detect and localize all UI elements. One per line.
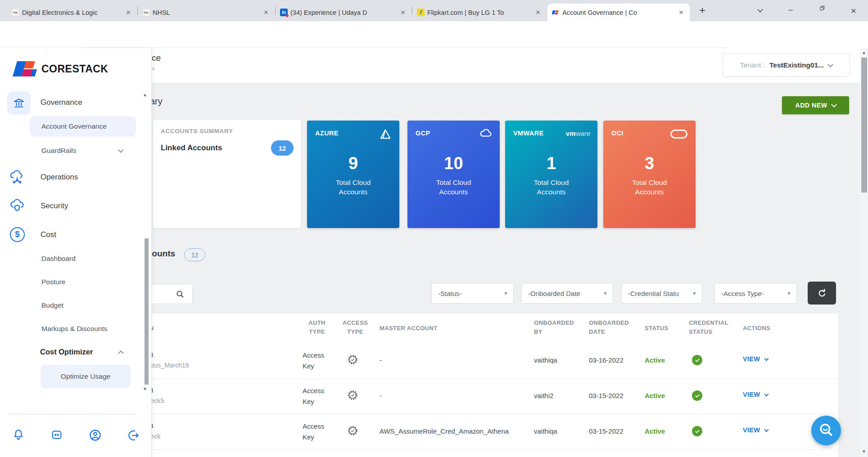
- provider-card-azure[interactable]: AZURE 9 Total Cloud Accounts: [307, 121, 399, 228]
- notifications-bell-icon[interactable]: [12, 428, 25, 442]
- status-cell: Active: [645, 392, 665, 399]
- close-window-button[interactable]: ×: [847, 5, 860, 16]
- onboarded-by-cell: vaithiqa: [534, 356, 557, 364]
- tab-flipkart[interactable]: f Flipkart.com | Buy LG 1 To ×: [412, 4, 547, 21]
- credential-status-check-icon: [692, 355, 702, 365]
- master-account-cell: -: [380, 392, 382, 399]
- tab-close-icon[interactable]: ×: [399, 8, 407, 17]
- provider-count: 10: [407, 154, 500, 173]
- cloud-shield-icon: [9, 197, 25, 214]
- oci-icon: [670, 130, 687, 139]
- add-new-button[interactable]: ADD NEW: [782, 96, 849, 114]
- tab-close-icon[interactable]: ×: [534, 8, 542, 17]
- sidebar-item-guardrails[interactable]: GuardRails: [41, 147, 77, 155]
- chevron-up-icon: [118, 350, 124, 356]
- provider-caption: Total Cloud Accounts: [321, 178, 385, 197]
- onboarded-date-cell: 03-15-2022: [589, 427, 624, 435]
- breadcrumb-partial: s: [152, 66, 155, 71]
- sidebar-item-cost-optimizer[interactable]: Cost Optimizer: [40, 348, 93, 356]
- sidebar-item-markups-discounts[interactable]: Markups & Discounts: [41, 325, 107, 333]
- tab-title: Digital Electronics & Logic: [22, 9, 122, 16]
- tab-title: Flipkart.com | Buy LG 1 To: [427, 9, 531, 16]
- tab-digital-electronics[interactable]: NSL Digital Electronics & Logic ×: [7, 4, 137, 21]
- sidebar-item-operations[interactable]: Operations: [41, 173, 78, 182]
- sidebar-item-governance[interactable]: Governance: [41, 98, 82, 107]
- linked-accounts-badge: 12: [271, 140, 294, 156]
- filter-label: -Onboarded Date: [528, 290, 580, 297]
- browser-window: NSL Digital Electronics & Logic × NSL NH…: [0, 0, 868, 457]
- view-action-link[interactable]: VIEW: [743, 391, 768, 398]
- corestack-logo-icon[interactable]: [12, 59, 38, 78]
- filter-label: -Credential Statu: [628, 290, 679, 297]
- scroll-up-icon[interactable]: ▲: [143, 92, 147, 97]
- view-action-link[interactable]: VIEW: [743, 355, 768, 363]
- bank-icon: [13, 97, 25, 109]
- dropdown-arrow-icon: ▼: [503, 291, 508, 296]
- credential-status-check-icon: [692, 426, 702, 436]
- profile-icon[interactable]: [88, 428, 102, 442]
- cloud-network-icon: [9, 169, 25, 185]
- filter-credential-status[interactable]: -Credential Statu ▼: [621, 283, 702, 304]
- tenant-selector[interactable]: Tenant : TestExisting01...: [723, 54, 850, 77]
- restore-button[interactable]: [816, 4, 828, 14]
- vmware-logo: vmware: [566, 130, 590, 137]
- tab-close-icon[interactable]: ×: [262, 8, 270, 17]
- tab-close-icon[interactable]: ×: [124, 8, 132, 17]
- account-name-partial: tatus_March16: [147, 362, 189, 369]
- provider-caption: Total Cloud Accounts: [520, 178, 583, 197]
- provider-card-vmware[interactable]: VMWARE vmware 1 Total Cloud Accounts: [505, 121, 597, 228]
- governance-icon-box[interactable]: [7, 91, 31, 115]
- sidebar-item-cost[interactable]: Cost: [41, 230, 56, 239]
- sidebar-scrollbar-thumb[interactable]: [145, 238, 149, 385]
- chat-icon[interactable]: [50, 429, 63, 442]
- linkedin-favicon-icon: in: [280, 9, 288, 16]
- row-separator: [95, 449, 838, 450]
- tab-linkedin[interactable]: in (34) Experience | Udaya D ×: [276, 4, 411, 21]
- chevron-down-icon: [831, 102, 837, 108]
- sidebar-item-budget[interactable]: Budget: [41, 301, 63, 309]
- provider-caption: Total Cloud Accounts: [422, 178, 485, 197]
- provider-card-gcp[interactable]: GCP 10 Total Cloud Accounts: [407, 121, 500, 228]
- provider-count: 1: [505, 154, 597, 173]
- accounts-count-badge: 12: [184, 248, 205, 261]
- minimize-button[interactable]: –: [784, 5, 797, 14]
- chat-support-fab[interactable]: [811, 416, 841, 445]
- logout-icon[interactable]: [127, 429, 140, 442]
- credential-status-check-icon: [692, 390, 702, 401]
- scroll-down-icon[interactable]: ▼: [862, 449, 866, 454]
- tab-account-governance-active[interactable]: Account Governance | Co ×: [547, 4, 690, 21]
- sidebar-divider: [8, 414, 137, 414]
- table-header-actions: ACTIONS: [743, 324, 770, 333]
- search-icon[interactable]: [175, 289, 185, 299]
- refresh-filters-button[interactable]: [808, 282, 836, 305]
- new-tab-button[interactable]: +: [696, 4, 709, 17]
- onboarded-date-cell: 03-15-2022: [589, 392, 624, 399]
- access-type-gear-icon: [347, 354, 359, 366]
- auth-type-cell: Access Key: [303, 385, 331, 407]
- page-scrollbar-thumb[interactable]: [861, 58, 867, 193]
- sidebar-item-optimize-usage[interactable]: Optimize Usage: [41, 365, 131, 388]
- sidebar: CORESTACK Governance Account Governance …: [0, 48, 152, 457]
- filter-access-type[interactable]: -Access Type- ▼: [714, 283, 797, 304]
- sidebar-item-posture[interactable]: Posture: [41, 278, 65, 286]
- scroll-down-icon[interactable]: ▼: [143, 386, 147, 391]
- azure-icon: [379, 128, 392, 140]
- view-action-link[interactable]: VIEW: [743, 426, 768, 434]
- filter-onboarded-date[interactable]: -Onboarded Date ▼: [521, 283, 613, 304]
- tab-close-icon[interactable]: ×: [677, 8, 685, 17]
- provider-card-oci[interactable]: OCI 3 Total Cloud Accounts: [603, 121, 696, 228]
- master-account-cell: AWS_AssumeRole_Cred_Amazon_Athena: [380, 427, 509, 435]
- tab-search-chevron-icon[interactable]: [757, 7, 763, 13]
- filter-status[interactable]: -Status- ▼: [431, 283, 514, 304]
- scroll-up-icon[interactable]: ▲: [862, 50, 866, 55]
- tab-nhsl[interactable]: NSL NHSL ×: [138, 4, 275, 21]
- sidebar-item-security[interactable]: Security: [41, 202, 68, 211]
- sidebar-item-dashboard[interactable]: Dashboard: [41, 255, 76, 263]
- provider-count: 9: [307, 154, 399, 173]
- tab-title: (34) Experience | Udaya D: [290, 9, 396, 16]
- chevron-down-icon: [764, 392, 769, 397]
- table-header-onboarded-by: ONBOARDED BY: [534, 318, 575, 336]
- sidebar-item-account-governance[interactable]: Account Governance: [30, 116, 136, 137]
- access-type-gear-icon: [347, 425, 359, 437]
- page-title-partial: ce: [152, 53, 161, 63]
